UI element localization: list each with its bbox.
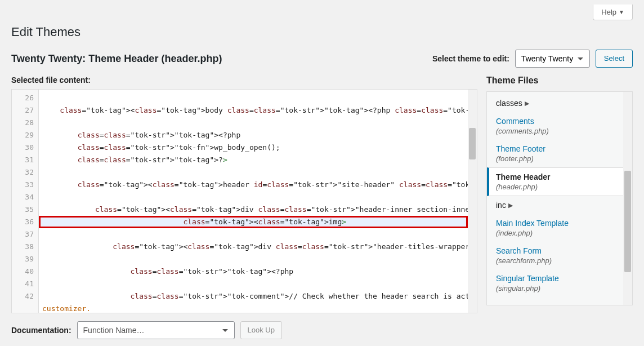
tree-file[interactable]: Search Form(searchform.php) xyxy=(487,242,623,269)
code-area[interactable]: class="tok-tag"><class="tok-tag">body cl… xyxy=(39,90,468,313)
code-line[interactable] xyxy=(39,278,468,290)
tree-file[interactable]: Singular Template(singular.php) xyxy=(487,269,623,297)
line-number: 38 xyxy=(12,241,38,253)
file-filename: (footer.php) xyxy=(496,154,616,163)
file-label: Singular Template xyxy=(496,274,559,283)
code-line[interactable]: class=class="tok-str">"tok-comment">// C… xyxy=(39,290,468,303)
selected-file-label: Selected file content: xyxy=(11,76,477,85)
line-number: 27 xyxy=(12,104,38,117)
code-line[interactable]: class="tok-tag"><class="tok-tag">body cl… xyxy=(39,104,468,117)
file-filename: (searchform.php) xyxy=(496,256,616,265)
code-line[interactable]: class="tok-tag"><class="tok-tag">header … xyxy=(39,179,468,191)
code-line[interactable] xyxy=(39,166,468,179)
line-number-gutter: 2627282930313233343536373839404142 xyxy=(12,90,39,313)
code-line[interactable] xyxy=(39,253,468,265)
help-label: Help xyxy=(601,8,616,16)
file-title: Twenty Twenty: Theme Header (header.php) xyxy=(11,53,222,65)
help-button[interactable]: Help ▼ xyxy=(593,5,633,20)
caret-down-icon: ▼ xyxy=(619,9,624,15)
scrollbar-thumb[interactable] xyxy=(469,128,476,159)
line-number: 34 xyxy=(12,191,38,203)
page-title: Edit Themes xyxy=(11,25,633,39)
line-number: 39 xyxy=(12,253,38,265)
file-label: Comments xyxy=(496,117,534,126)
line-number: 42 xyxy=(12,290,38,303)
line-number: 30 xyxy=(12,141,38,154)
code-line[interactable]: customizer. xyxy=(39,303,468,313)
code-line[interactable] xyxy=(39,228,468,241)
tree-file[interactable]: Theme Footer(footer.php) xyxy=(487,140,623,167)
line-number: 26 xyxy=(12,92,38,104)
editor-scrollbar[interactable] xyxy=(468,90,477,313)
tree-folder[interactable]: inc ▶ xyxy=(487,196,623,214)
file-filename: (comments.php) xyxy=(496,127,616,135)
line-number: 31 xyxy=(12,154,38,166)
file-filename: (singular.php) xyxy=(496,284,616,292)
theme-files-heading: Theme Files xyxy=(486,76,633,86)
line-number: 32 xyxy=(12,166,38,179)
code-line[interactable]: class=class="tok-str">"tok-tag"><?php xyxy=(39,265,468,278)
theme-dropdown[interactable]: Twenty Twenty xyxy=(515,50,590,68)
file-label: Search Form xyxy=(496,246,542,255)
file-label: Main Index Template xyxy=(496,219,569,228)
line-number: 29 xyxy=(12,129,38,141)
file-label: Theme Header xyxy=(496,172,550,181)
select-theme-label: Select theme to edit: xyxy=(432,54,509,63)
documentation-dropdown[interactable]: Function Name… xyxy=(77,321,235,339)
folder-label: classes xyxy=(496,99,522,108)
tree-file[interactable]: Main Index Template(index.php) xyxy=(487,214,623,242)
file-tree: classes ▶Comments(comments.php)Theme Foo… xyxy=(486,91,633,305)
chevron-right-icon: ▶ xyxy=(525,100,529,107)
line-number: 28 xyxy=(12,117,38,129)
file-tree-inner: classes ▶Comments(comments.php)Theme Foo… xyxy=(487,92,623,305)
code-line[interactable]: class=class="tok-str">"tok-tag"><?php xyxy=(39,129,468,141)
code-line[interactable]: class=class="tok-str">"tok-fn">wp_body_o… xyxy=(39,141,468,154)
chevron-right-icon: ▶ xyxy=(508,202,513,209)
tree-folder[interactable]: classes ▶ xyxy=(487,94,623,112)
line-number: 40 xyxy=(12,265,38,278)
tree-scrollbar[interactable] xyxy=(623,92,632,305)
file-label: Theme Footer xyxy=(496,144,545,153)
file-filename: (index.php) xyxy=(496,229,616,237)
code-editor[interactable]: 2627282930313233343536373839404142 class… xyxy=(11,89,477,313)
file-filename: (header.php) xyxy=(496,183,616,191)
scrollbar-thumb[interactable] xyxy=(624,171,631,272)
code-line[interactable]: class=class="tok-str">"tok-tag">?> xyxy=(39,154,468,166)
tree-file[interactable]: Comments(comments.php) xyxy=(487,112,623,140)
code-line[interactable] xyxy=(39,191,468,203)
code-line[interactable] xyxy=(39,92,468,104)
code-line[interactable]: class="tok-tag"><class="tok-tag">div cla… xyxy=(39,203,468,216)
lookup-button[interactable]: Look Up xyxy=(240,321,282,339)
line-number: 41 xyxy=(12,278,38,290)
tree-file-active[interactable]: Theme Header(header.php) xyxy=(487,167,623,196)
code-line[interactable]: class="tok-tag"><class="tok-tag">div cla… xyxy=(39,241,468,253)
documentation-label: Documentation: xyxy=(11,326,71,335)
code-line[interactable] xyxy=(39,117,468,129)
line-number: 35 xyxy=(12,203,38,216)
code-line-highlighted[interactable]: class="tok-tag"><class="tok-tag">img> xyxy=(39,216,468,228)
line-number: 36 xyxy=(12,216,38,228)
folder-label: inc xyxy=(496,201,506,210)
line-number: 33 xyxy=(12,179,38,191)
line-number: 37 xyxy=(12,228,38,241)
select-button[interactable]: Select xyxy=(596,50,633,68)
